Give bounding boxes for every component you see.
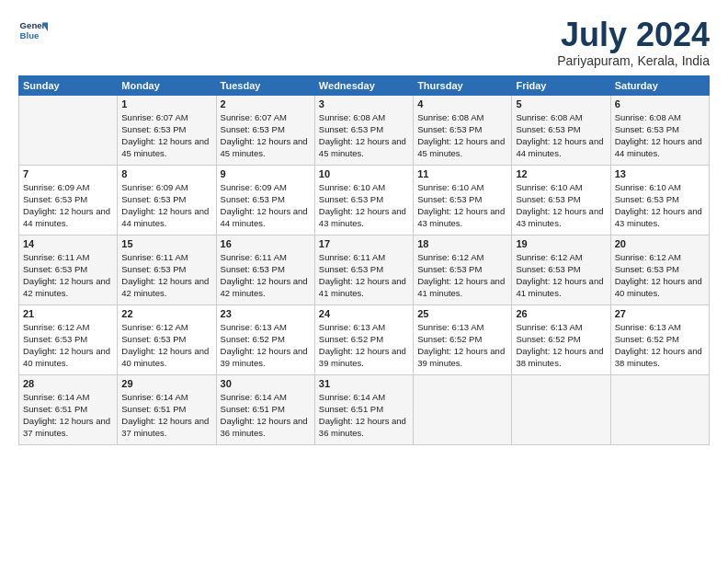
cell-content: Sunrise: 6:08 AMSunset: 6:53 PMDaylight:… bbox=[417, 111, 507, 160]
sunrise-text: Sunrise: 6:12 AM bbox=[121, 322, 188, 332]
sunset-text: Sunset: 6:52 PM bbox=[615, 334, 679, 344]
calendar-cell: 29Sunrise: 6:14 AMSunset: 6:51 PMDayligh… bbox=[118, 374, 216, 444]
sunset-text: Sunset: 6:51 PM bbox=[23, 404, 87, 414]
calendar-cell: 30Sunrise: 6:14 AMSunset: 6:51 PMDayligh… bbox=[216, 374, 314, 444]
calendar-cell: 20Sunrise: 6:12 AMSunset: 6:53 PMDayligh… bbox=[610, 235, 709, 304]
header-day: Sunday bbox=[19, 75, 118, 95]
day-number: 24 bbox=[319, 308, 409, 319]
calendar-cell: 26Sunrise: 6:13 AMSunset: 6:52 PMDayligh… bbox=[512, 304, 610, 374]
svg-text:General: General bbox=[20, 20, 48, 30]
daylight-text: Daylight: 12 hours and 45 minutes. bbox=[417, 136, 505, 158]
calendar-week-row: 1Sunrise: 6:07 AMSunset: 6:53 PMDaylight… bbox=[19, 95, 710, 165]
day-number: 6 bbox=[615, 98, 705, 109]
calendar-week-row: 7Sunrise: 6:09 AMSunset: 6:53 PMDaylight… bbox=[19, 165, 710, 235]
daylight-text: Daylight: 12 hours and 42 minutes. bbox=[221, 276, 308, 298]
calendar-cell bbox=[610, 374, 709, 444]
calendar-cell bbox=[19, 95, 118, 165]
calendar-cell: 18Sunrise: 6:12 AMSunset: 6:53 PMDayligh… bbox=[414, 235, 512, 304]
calendar-cell: 3Sunrise: 6:08 AMSunset: 6:53 PMDaylight… bbox=[314, 95, 413, 165]
calendar-cell: 23Sunrise: 6:13 AMSunset: 6:52 PMDayligh… bbox=[216, 304, 314, 374]
cell-content: Sunrise: 6:09 AMSunset: 6:53 PMDaylight:… bbox=[23, 181, 113, 230]
day-number: 23 bbox=[221, 308, 311, 319]
day-number: 1 bbox=[121, 98, 211, 109]
header-day: Thursday bbox=[414, 75, 512, 95]
sunset-text: Sunset: 6:52 PM bbox=[516, 334, 580, 344]
day-number: 15 bbox=[121, 238, 211, 249]
day-number: 11 bbox=[417, 168, 507, 179]
sunrise-text: Sunrise: 6:13 AM bbox=[516, 322, 582, 332]
header-row: SundayMondayTuesdayWednesdayThursdayFrid… bbox=[19, 75, 710, 95]
sunset-text: Sunset: 6:53 PM bbox=[615, 124, 679, 134]
calendar-cell: 6Sunrise: 6:08 AMSunset: 6:53 PMDaylight… bbox=[610, 95, 709, 165]
daylight-text: Daylight: 12 hours and 45 minutes. bbox=[121, 136, 209, 158]
daylight-text: Daylight: 12 hours and 42 minutes. bbox=[121, 276, 209, 298]
calendar-cell: 24Sunrise: 6:13 AMSunset: 6:52 PMDayligh… bbox=[314, 304, 413, 374]
sunset-text: Sunset: 6:53 PM bbox=[417, 194, 482, 204]
sunrise-text: Sunrise: 6:11 AM bbox=[221, 252, 287, 262]
day-number: 3 bbox=[319, 98, 409, 109]
calendar-cell: 16Sunrise: 6:11 AMSunset: 6:53 PMDayligh… bbox=[216, 235, 314, 304]
cell-content: Sunrise: 6:07 AMSunset: 6:53 PMDaylight:… bbox=[221, 111, 311, 160]
sunset-text: Sunset: 6:53 PM bbox=[417, 264, 482, 274]
calendar-cell: 21Sunrise: 6:12 AMSunset: 6:53 PMDayligh… bbox=[19, 304, 118, 374]
cell-content: Sunrise: 6:09 AMSunset: 6:53 PMDaylight:… bbox=[121, 181, 211, 230]
day-number: 29 bbox=[121, 378, 211, 389]
cell-content: Sunrise: 6:10 AMSunset: 6:53 PMDaylight:… bbox=[319, 181, 409, 230]
cell-content: Sunrise: 6:10 AMSunset: 6:53 PMDaylight:… bbox=[417, 181, 507, 230]
day-number: 31 bbox=[319, 378, 409, 389]
cell-content: Sunrise: 6:11 AMSunset: 6:53 PMDaylight:… bbox=[121, 251, 211, 300]
sunset-text: Sunset: 6:53 PM bbox=[615, 194, 679, 204]
sunrise-text: Sunrise: 6:07 AM bbox=[221, 112, 287, 122]
daylight-text: Daylight: 12 hours and 44 minutes. bbox=[23, 206, 110, 228]
calendar-cell: 8Sunrise: 6:09 AMSunset: 6:53 PMDaylight… bbox=[118, 165, 216, 235]
calendar-week-row: 14Sunrise: 6:11 AMSunset: 6:53 PMDayligh… bbox=[19, 235, 710, 304]
sunset-text: Sunset: 6:53 PM bbox=[319, 124, 383, 134]
sunrise-text: Sunrise: 6:08 AM bbox=[417, 112, 483, 122]
day-number: 7 bbox=[23, 168, 113, 179]
sunset-text: Sunset: 6:53 PM bbox=[121, 264, 186, 274]
sunrise-text: Sunrise: 6:13 AM bbox=[417, 322, 483, 332]
sunset-text: Sunset: 6:53 PM bbox=[23, 264, 87, 274]
sunrise-text: Sunrise: 6:14 AM bbox=[221, 392, 287, 402]
day-number: 22 bbox=[121, 308, 211, 319]
calendar-cell: 11Sunrise: 6:10 AMSunset: 6:53 PMDayligh… bbox=[414, 165, 512, 235]
daylight-text: Daylight: 12 hours and 36 minutes. bbox=[319, 416, 406, 438]
calendar-cell: 28Sunrise: 6:14 AMSunset: 6:51 PMDayligh… bbox=[19, 374, 118, 444]
sunrise-text: Sunrise: 6:10 AM bbox=[516, 182, 582, 192]
calendar-cell: 19Sunrise: 6:12 AMSunset: 6:53 PMDayligh… bbox=[512, 235, 610, 304]
calendar-cell: 22Sunrise: 6:12 AMSunset: 6:53 PMDayligh… bbox=[118, 304, 216, 374]
day-number: 19 bbox=[516, 238, 606, 249]
daylight-text: Daylight: 12 hours and 44 minutes. bbox=[615, 136, 702, 158]
header-day: Friday bbox=[512, 75, 610, 95]
cell-content: Sunrise: 6:13 AMSunset: 6:52 PMDaylight:… bbox=[417, 321, 507, 370]
sunrise-text: Sunrise: 6:12 AM bbox=[417, 252, 483, 262]
header-day: Tuesday bbox=[216, 75, 314, 95]
day-number: 8 bbox=[121, 168, 211, 179]
sunset-text: Sunset: 6:53 PM bbox=[23, 194, 87, 204]
daylight-text: Daylight: 12 hours and 37 minutes. bbox=[121, 416, 209, 438]
daylight-text: Daylight: 12 hours and 39 minutes. bbox=[221, 346, 308, 368]
daylight-text: Daylight: 12 hours and 44 minutes. bbox=[221, 206, 308, 228]
day-number: 10 bbox=[319, 168, 409, 179]
sunrise-text: Sunrise: 6:13 AM bbox=[319, 322, 385, 332]
calendar-cell: 1Sunrise: 6:07 AMSunset: 6:53 PMDaylight… bbox=[118, 95, 216, 165]
daylight-text: Daylight: 12 hours and 38 minutes. bbox=[516, 346, 603, 368]
cell-content: Sunrise: 6:10 AMSunset: 6:53 PMDaylight:… bbox=[516, 181, 606, 230]
day-number: 5 bbox=[516, 98, 606, 109]
sunset-text: Sunset: 6:52 PM bbox=[319, 334, 383, 344]
sunset-text: Sunset: 6:53 PM bbox=[221, 194, 285, 204]
day-number: 27 bbox=[615, 308, 705, 319]
sunrise-text: Sunrise: 6:09 AM bbox=[121, 182, 188, 192]
cell-content: Sunrise: 6:10 AMSunset: 6:53 PMDaylight:… bbox=[615, 181, 705, 230]
sunset-text: Sunset: 6:53 PM bbox=[319, 194, 383, 204]
header-day: Wednesday bbox=[314, 75, 413, 95]
header: General Blue General Blue July 2024 Pari… bbox=[18, 17, 710, 68]
sunrise-text: Sunrise: 6:11 AM bbox=[121, 252, 188, 262]
month-title: July 2024 bbox=[557, 17, 710, 53]
header-day: Saturday bbox=[610, 75, 709, 95]
day-number: 14 bbox=[23, 238, 113, 249]
daylight-text: Daylight: 12 hours and 38 minutes. bbox=[615, 346, 702, 368]
calendar-week-row: 28Sunrise: 6:14 AMSunset: 6:51 PMDayligh… bbox=[19, 374, 710, 444]
daylight-text: Daylight: 12 hours and 41 minutes. bbox=[516, 276, 603, 298]
sunset-text: Sunset: 6:53 PM bbox=[221, 124, 285, 134]
